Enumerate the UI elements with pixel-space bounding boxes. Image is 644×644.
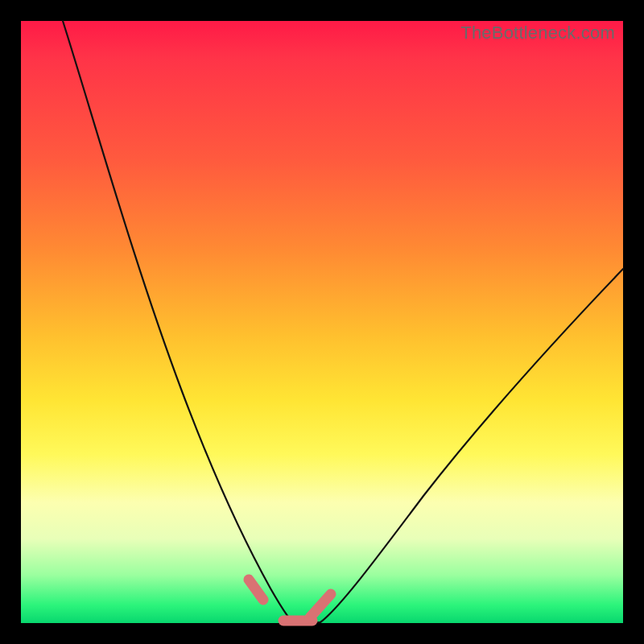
curve-left (63, 21, 291, 620)
chart-frame: TheBottleneck.com (0, 0, 644, 644)
marker-dash-right (310, 594, 331, 617)
curve-right (320, 269, 623, 622)
chart-svg (21, 21, 623, 623)
plot-area: TheBottleneck.com (21, 21, 623, 623)
marker-dash-left (249, 580, 263, 600)
